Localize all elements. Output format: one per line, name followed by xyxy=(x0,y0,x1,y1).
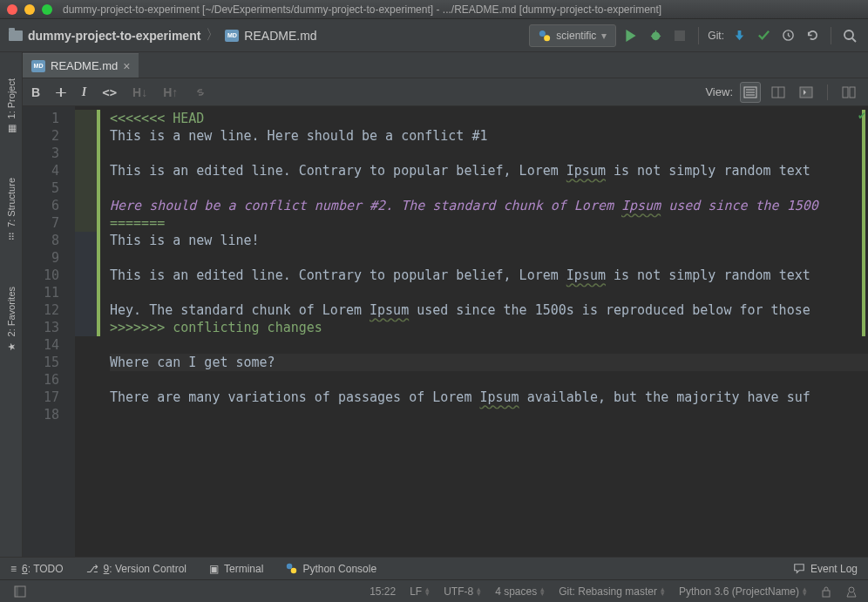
markdown-file-icon: MD xyxy=(31,60,45,72)
bold-button[interactable]: B xyxy=(31,85,40,99)
debug-button[interactable] xyxy=(646,26,665,45)
view-label: View: xyxy=(705,85,733,98)
maximize-window-button[interactable] xyxy=(42,4,52,15)
svg-point-8 xyxy=(844,30,853,39)
close-window-button[interactable] xyxy=(7,4,17,15)
line-separator[interactable]: LF▴▾ xyxy=(410,585,430,598)
git-branch-status[interactable]: Git: Rebasing master▴▾ xyxy=(559,585,665,598)
view-layout-button[interactable] xyxy=(838,82,859,103)
run-config-label: scientific xyxy=(556,30,596,42)
inspection-status-icon[interactable]: ✔ xyxy=(858,110,866,122)
code-editor[interactable]: 123456789101112131415161718 ✔ <<<<<<< HE… xyxy=(23,106,868,557)
minimize-window-button[interactable] xyxy=(24,4,35,15)
list-icon: ≡ xyxy=(10,563,17,575)
file-encoding[interactable]: UTF-8▴▾ xyxy=(444,585,481,598)
view-preview-button[interactable] xyxy=(796,82,817,103)
structure-tool-tab[interactable]: ⠿ 7: Structure xyxy=(5,178,17,243)
breadcrumb-separator: 〉 xyxy=(206,26,220,44)
favorites-tool-label: 2: Favorites xyxy=(6,287,17,336)
event-log-tool-tab[interactable]: Event Log xyxy=(793,563,858,575)
favorites-tool-tab[interactable]: ★ 2: Favorites xyxy=(5,287,17,352)
tool-windows-toggle[interactable] xyxy=(10,582,30,601)
header-up-button[interactable]: H↑ xyxy=(163,85,178,99)
window-controls xyxy=(7,4,52,15)
structure-icon: ⠿ xyxy=(5,231,17,243)
link-button[interactable] xyxy=(193,85,207,99)
vcs-update-button[interactable] xyxy=(729,26,749,45)
lock-icon[interactable] xyxy=(821,585,831,598)
branch-icon: ⎇ xyxy=(86,563,98,575)
terminal-tool-tab[interactable]: ▣ Terminal xyxy=(209,563,263,575)
project-tool-tab[interactable]: ▦ 1: Project xyxy=(5,78,17,134)
svg-rect-24 xyxy=(823,591,830,597)
breadcrumb-file[interactable]: README.md xyxy=(244,29,316,43)
file-tab-readme[interactable]: MD README.md × xyxy=(23,53,139,78)
speech-bubble-icon xyxy=(793,563,805,575)
code-content[interactable]: <<<<<<< HEADThis is a new line. Here sho… xyxy=(75,106,868,557)
python-icon xyxy=(286,563,297,574)
italic-button[interactable]: I xyxy=(82,85,86,99)
indent-setting[interactable]: 4 spaces▴▾ xyxy=(495,585,545,598)
left-tool-strip: ▦ 1: Project ⠿ 7: Structure ★ 2: Favorit… xyxy=(0,52,23,557)
header-down-button[interactable]: H↓ xyxy=(132,85,147,99)
vcs-label: Git: xyxy=(708,30,724,42)
svg-point-20 xyxy=(287,564,293,570)
terminal-icon: ▣ xyxy=(209,563,219,575)
strikethrough-button[interactable]: I xyxy=(56,85,66,99)
version-control-tool-tab[interactable]: ⎇ 9: Version Control xyxy=(86,563,186,575)
vcs-commit-button[interactable] xyxy=(754,26,773,45)
project-icon: ▦ xyxy=(5,122,17,134)
stop-button[interactable] xyxy=(670,26,689,45)
change-marker-left xyxy=(97,110,100,336)
star-icon: ★ xyxy=(5,341,17,353)
python-interpreter[interactable]: Python 3.6 (ProjectName)▴▾ xyxy=(679,585,807,598)
editor-toolbar: B I I <> H↓ H↑ View: xyxy=(23,78,868,106)
svg-rect-6 xyxy=(675,30,685,41)
svg-point-0 xyxy=(539,30,546,36)
conflict-region-ours xyxy=(75,110,98,232)
cursor-position[interactable]: 15:22 xyxy=(370,585,396,598)
window-titlebar: dummy-project-to-experiment [~/DevExperi… xyxy=(0,0,868,19)
bottom-tool-strip: ≡ 6: TODO ⎇ 9: Version Control ▣ Termina… xyxy=(0,557,868,579)
folder-icon xyxy=(9,30,23,41)
run-configuration-select[interactable]: scientific ▾ xyxy=(529,24,616,47)
svg-rect-23 xyxy=(15,586,18,597)
conflict-region-theirs xyxy=(75,232,98,336)
view-editor-button[interactable] xyxy=(740,82,761,103)
code-button[interactable]: <> xyxy=(102,85,117,99)
python-icon xyxy=(539,30,551,42)
project-tool-label: 1: Project xyxy=(6,78,17,118)
window-title: dummy-project-to-experiment [~/DevExperi… xyxy=(63,3,661,16)
change-marker-right xyxy=(862,110,865,336)
hector-inspector-icon[interactable] xyxy=(845,585,858,598)
navigation-bar: dummy-project-to-experiment 〉 MD README.… xyxy=(0,19,868,52)
gutter-line-numbers: 123456789101112131415161718 xyxy=(23,106,75,557)
editor-tabs: MD README.md × xyxy=(23,52,868,78)
svg-point-1 xyxy=(544,35,550,41)
view-split-button[interactable] xyxy=(768,82,789,103)
vcs-revert-button[interactable] xyxy=(803,26,822,45)
breadcrumb-project[interactable]: dummy-project-to-experiment xyxy=(28,29,200,43)
svg-rect-18 xyxy=(843,87,848,98)
svg-line-9 xyxy=(852,38,856,42)
svg-point-25 xyxy=(849,587,854,592)
svg-point-21 xyxy=(291,568,297,574)
run-button[interactable] xyxy=(621,26,641,45)
vcs-history-button[interactable] xyxy=(778,26,797,45)
close-tab-button[interactable]: × xyxy=(123,59,130,73)
python-console-tool-tab[interactable]: Python Console xyxy=(286,563,376,575)
markdown-file-icon: MD xyxy=(225,30,239,42)
status-bar: 15:22 LF▴▾ UTF-8▴▾ 4 spaces▴▾ Git: Rebas… xyxy=(0,579,868,602)
svg-rect-19 xyxy=(850,87,855,98)
todo-tool-tab[interactable]: ≡ 6: TODO xyxy=(10,563,64,575)
search-button[interactable] xyxy=(840,26,859,45)
breadcrumb: dummy-project-to-experiment 〉 MD README.… xyxy=(9,26,524,44)
file-tab-label: README.md xyxy=(51,59,118,72)
structure-tool-label: 7: Structure xyxy=(6,178,17,227)
